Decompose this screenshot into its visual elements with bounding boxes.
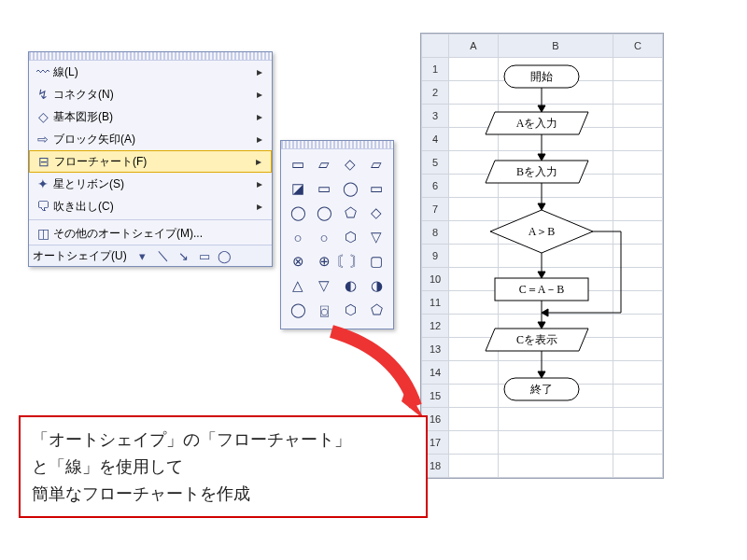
flowchart-shape-button[interactable]: ▭ bbox=[286, 153, 310, 175]
cell[interactable] bbox=[613, 455, 663, 478]
row-header[interactable]: 4 bbox=[422, 128, 449, 151]
cell[interactable] bbox=[449, 151, 499, 175]
arrow-tool-icon[interactable]: ↘ bbox=[176, 247, 192, 264]
flowchart-shape-button[interactable]: ◇ bbox=[338, 153, 362, 175]
flowchart-shape-button[interactable]: △ bbox=[286, 274, 310, 297]
cell[interactable] bbox=[449, 338, 499, 361]
cell[interactable] bbox=[499, 151, 613, 175]
flowchart-shape-button[interactable]: ○ bbox=[286, 226, 310, 248]
cell[interactable] bbox=[499, 105, 613, 128]
cell[interactable] bbox=[499, 338, 613, 361]
flowchart-shape-button[interactable]: ◐ bbox=[338, 274, 362, 297]
cell[interactable] bbox=[613, 151, 663, 175]
flowchart-shape-button[interactable]: ⬠ bbox=[364, 299, 388, 321]
flowchart-shape-button[interactable]: ○ bbox=[312, 226, 336, 248]
cell[interactable] bbox=[449, 128, 499, 151]
line-tool-icon[interactable]: ＼ bbox=[155, 247, 172, 264]
menu-item-connector[interactable]: ↯ コネクタ(N) ▸ bbox=[29, 83, 272, 105]
flowchart-shape-button[interactable]: ⬡ bbox=[338, 299, 362, 321]
cell[interactable] bbox=[449, 431, 499, 455]
cell[interactable] bbox=[449, 315, 499, 338]
cell[interactable] bbox=[499, 408, 613, 431]
flowchart-shape-button[interactable]: ◯ bbox=[338, 177, 362, 200]
menu-item-basic-shapes[interactable]: ◇ 基本図形(B) ▸ bbox=[29, 105, 272, 128]
menu-item-callouts[interactable]: 🗨 吹き出し(C) ▸ bbox=[29, 195, 272, 217]
row-header[interactable]: 1 bbox=[422, 58, 449, 81]
cell[interactable] bbox=[499, 175, 613, 198]
rectangle-tool-icon[interactable]: ▭ bbox=[196, 247, 213, 264]
cell[interactable] bbox=[613, 58, 663, 81]
cell[interactable] bbox=[613, 291, 663, 315]
row-header[interactable]: 2 bbox=[422, 81, 449, 105]
cell[interactable] bbox=[613, 361, 663, 385]
cell[interactable] bbox=[449, 198, 499, 221]
column-header-a[interactable]: A bbox=[449, 35, 499, 58]
cell[interactable] bbox=[499, 245, 613, 268]
cell[interactable] bbox=[449, 455, 499, 478]
cell[interactable] bbox=[449, 105, 499, 128]
cell[interactable] bbox=[613, 198, 663, 221]
cell[interactable] bbox=[613, 408, 663, 431]
palette-grip[interactable] bbox=[281, 141, 393, 149]
cell[interactable] bbox=[449, 291, 499, 315]
flowchart-shape-button[interactable]: ▭ bbox=[364, 177, 388, 200]
flowchart-shape-button[interactable]: ⊕ bbox=[312, 250, 336, 273]
row-header[interactable]: 11 bbox=[422, 291, 449, 315]
flowchart-shape-button[interactable]: ◯ bbox=[312, 202, 336, 224]
row-header[interactable]: 8 bbox=[422, 221, 449, 245]
flowchart-shape-button[interactable]: ⬡ bbox=[338, 226, 362, 248]
column-header-b[interactable]: B bbox=[499, 35, 613, 58]
flowchart-shape-button[interactable]: ▽ bbox=[364, 226, 388, 248]
cell[interactable] bbox=[449, 245, 499, 268]
cell[interactable] bbox=[613, 385, 663, 408]
flowchart-shape-button[interactable]: ▱ bbox=[312, 153, 336, 175]
cell[interactable] bbox=[613, 431, 663, 455]
cell[interactable] bbox=[499, 81, 613, 105]
flowchart-shape-button[interactable]: ⊗ bbox=[286, 250, 310, 273]
toolbar-dropdown-icon[interactable]: ▾ bbox=[134, 247, 151, 264]
flowchart-shape-button[interactable]: ⬠ bbox=[338, 202, 362, 224]
cell[interactable] bbox=[499, 361, 613, 385]
flowchart-shape-button[interactable]: 〘〙 bbox=[338, 250, 362, 273]
cell[interactable] bbox=[613, 105, 663, 128]
cell[interactable] bbox=[499, 268, 613, 291]
cell[interactable] bbox=[499, 198, 613, 221]
cell[interactable] bbox=[449, 175, 499, 198]
flowchart-shape-button[interactable]: ▽ bbox=[312, 274, 336, 297]
flowchart-shape-button[interactable]: ◯ bbox=[286, 299, 310, 321]
cell[interactable] bbox=[613, 338, 663, 361]
cell[interactable] bbox=[613, 221, 663, 245]
cell[interactable] bbox=[499, 385, 613, 408]
flowchart-shape-button[interactable]: ◯ bbox=[286, 202, 310, 224]
cell[interactable] bbox=[613, 81, 663, 105]
flowchart-shape-button[interactable]: ⌼ bbox=[312, 299, 336, 321]
menu-item-other-autoshapes[interactable]: ◫ その他のオートシェイプ(M)... bbox=[29, 222, 272, 245]
flowchart-shape-button[interactable]: ◇ bbox=[364, 202, 388, 224]
cell[interactable] bbox=[613, 315, 663, 338]
cell[interactable] bbox=[449, 221, 499, 245]
cell[interactable] bbox=[449, 81, 499, 105]
autoshape-toolbar-label[interactable]: オートシェイプ(U) bbox=[33, 248, 127, 264]
cell[interactable] bbox=[613, 245, 663, 268]
cell[interactable] bbox=[449, 408, 499, 431]
column-header-c[interactable]: C bbox=[613, 35, 663, 58]
cell[interactable] bbox=[499, 128, 613, 151]
row-header[interactable]: 6 bbox=[422, 175, 449, 198]
menu-item-flowchart[interactable]: ⊟ フローチャート(F) ▸ bbox=[29, 150, 272, 173]
cell[interactable] bbox=[499, 455, 613, 478]
row-header[interactable]: 10 bbox=[422, 268, 449, 291]
cell[interactable] bbox=[613, 268, 663, 291]
cell[interactable] bbox=[449, 385, 499, 408]
cell[interactable] bbox=[499, 315, 613, 338]
flowchart-shape-button[interactable]: ◪ bbox=[286, 177, 310, 200]
cell[interactable] bbox=[499, 221, 613, 245]
flowchart-shape-button[interactable]: ▭ bbox=[312, 177, 336, 200]
cell[interactable] bbox=[499, 431, 613, 455]
cell[interactable] bbox=[499, 291, 613, 315]
flowchart-shape-button[interactable]: ◑ bbox=[364, 274, 388, 297]
menu-item-line[interactable]: 〰 線(L) ▸ bbox=[29, 61, 272, 83]
oval-tool-icon[interactable]: ◯ bbox=[217, 247, 233, 264]
cell[interactable] bbox=[613, 128, 663, 151]
spreadsheet-grid[interactable]: A B C 123456789101112131415161718 bbox=[420, 33, 664, 479]
menu-item-stars-ribbons[interactable]: ✦ 星とリボン(S) ▸ bbox=[29, 173, 272, 195]
